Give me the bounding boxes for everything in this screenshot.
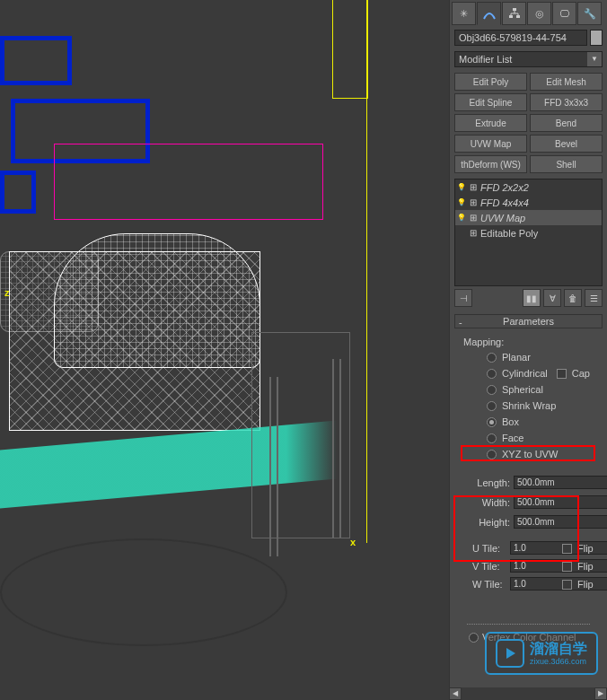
modifier-list-dropdown[interactable]: Modifier List — [454, 51, 603, 67]
stack-item-editable-poly[interactable]: ⊞ Editable Poly — [455, 225, 602, 241]
w-tile-label: W Tile: — [472, 579, 506, 590]
scroll-right-icon[interactable]: ▶ — [594, 687, 607, 700]
width-row: Width: ▲▼ — [460, 493, 597, 512]
pin-stack-icon[interactable]: ⊣ — [454, 289, 472, 307]
hierarchy-tab-icon[interactable] — [502, 2, 526, 25]
stack-item-label: UVW Map — [480, 213, 525, 223]
u-flip-checkbox[interactable] — [562, 544, 572, 554]
mod-btn-uvw-map[interactable]: UVW Map — [454, 135, 527, 153]
stack-item-label: FFD 2x2x2 — [480, 182, 529, 193]
radio-icon[interactable] — [487, 450, 497, 459]
stack-item-ffd-4x4x4[interactable]: 💡 ⊞ FFD 4x4x4 — [455, 195, 602, 210]
radio-icon[interactable] — [487, 369, 497, 379]
bulb-icon[interactable]: 💡 — [457, 198, 466, 207]
mod-btn-edit-mesh[interactable]: Edit Mesh — [530, 73, 603, 91]
watermark-icon — [496, 639, 524, 668]
modifier-stack[interactable]: 💡 ⊞ FFD 2x2x2 💡 ⊞ FFD 4x4x4 💡 ⊞ UVW Map … — [454, 179, 603, 286]
object-name-input[interactable] — [454, 30, 587, 46]
radio-label: Spherical — [502, 384, 543, 395]
utilities-tab-icon[interactable]: 🔧 — [577, 2, 602, 25]
bulb-icon — [457, 229, 466, 238]
expand-icon[interactable]: ⊞ — [469, 197, 478, 207]
radio-label: Cylindrical — [502, 368, 548, 379]
stack-item-label: Editable Poly — [480, 228, 538, 239]
vertex-color-radio[interactable] — [469, 633, 479, 643]
mapping-spherical[interactable]: Spherical — [460, 381, 597, 398]
mapping-box[interactable]: Box — [460, 414, 597, 430]
mod-btn-edit-poly[interactable]: Edit Poly — [454, 73, 527, 91]
radio-label: Shrink Wrap — [502, 400, 556, 411]
svg-rect-2 — [516, 15, 520, 18]
mod-btn-extrude[interactable]: Extrude — [454, 114, 527, 132]
viewport[interactable]: x z — [0, 0, 449, 700]
stack-item-ffd-2x2x2[interactable]: 💡 ⊞ FFD 2x2x2 — [455, 179, 602, 195]
motion-tab-icon[interactable]: ◎ — [527, 2, 551, 25]
make-unique-icon[interactable]: ∀ — [543, 289, 561, 307]
watermark-title: 溜溜自学 — [530, 641, 587, 657]
bulb-icon[interactable]: 💡 — [457, 183, 466, 192]
radio-icon[interactable] — [487, 401, 497, 411]
v-tile-label: V Tile: — [472, 561, 506, 572]
width-input[interactable] — [514, 495, 607, 509]
height-input[interactable] — [514, 515, 607, 529]
svg-marker-7 — [506, 648, 515, 659]
height-label: Height: — [469, 517, 510, 528]
object-color-swatch[interactable] — [590, 30, 603, 46]
mapping-xyz-to-uvw[interactable]: XYZ to UVW — [460, 446, 597, 462]
axis-x-label: x — [350, 537, 356, 547]
scroll-left-icon[interactable]: ◀ — [449, 687, 462, 700]
radio-label: Box — [502, 416, 519, 427]
expand-icon[interactable]: ⊞ — [469, 213, 478, 223]
mod-btn-ffd-3x3x3[interactable]: FFD 3x3x3 — [530, 93, 603, 111]
wireframe-frame — [0, 36, 72, 85]
wireframe-rug — [0, 538, 287, 646]
show-end-result-icon[interactable]: ▮▮ — [523, 289, 541, 307]
mod-btn-bevel[interactable]: Bevel — [530, 135, 603, 153]
axis-z-label: z — [4, 287, 10, 298]
radio-icon[interactable] — [487, 417, 497, 427]
length-label: Length: — [469, 477, 510, 488]
length-input[interactable] — [514, 476, 607, 489]
mod-btn-shell[interactable]: Shell — [530, 155, 603, 173]
stack-item-label: FFD 4x4x4 — [480, 197, 529, 208]
w-flip-label: Flip — [577, 579, 594, 590]
stack-item-uvw-map[interactable]: 💡 ⊞ UVW Map — [455, 210, 602, 225]
u-tile-label: U Tile: — [472, 543, 506, 554]
configure-sets-icon[interactable]: ☰ — [585, 289, 603, 307]
watermark-url: zixue.3d66.com — [530, 657, 587, 666]
mapping-cylindrical[interactable]: Cylindrical Cap — [460, 365, 597, 381]
panel-scrollbar[interactable]: ◀ ▶ — [449, 687, 607, 700]
parameters-header-label: Parameters — [503, 316, 554, 327]
width-label: Width: — [469, 497, 510, 508]
modify-tab-icon[interactable] — [477, 2, 501, 25]
mapping-face[interactable]: Face — [460, 430, 597, 446]
radio-icon[interactable] — [487, 433, 497, 443]
mod-btn-thdeform[interactable]: thDeform (WS) — [454, 155, 527, 173]
cap-label: Cap — [572, 368, 590, 379]
mod-btn-bend[interactable]: Bend — [530, 114, 603, 132]
radio-icon[interactable] — [487, 353, 497, 363]
modifier-list-label: Modifier List — [459, 54, 512, 65]
watermark: 溜溜自学 zixue.3d66.com — [485, 632, 598, 675]
expand-icon[interactable]: ⊞ — [469, 228, 478, 238]
w-flip-checkbox[interactable] — [562, 580, 572, 590]
mapping-planar[interactable]: Planar — [460, 349, 597, 365]
bulb-icon[interactable]: 💡 — [457, 214, 466, 223]
wireframe-lamp — [332, 0, 368, 99]
radio-label: Planar — [502, 352, 531, 363]
v-flip-checkbox[interactable] — [562, 562, 572, 572]
radio-icon[interactable] — [487, 385, 497, 395]
cap-checkbox[interactable] — [557, 369, 567, 379]
mod-btn-edit-spline[interactable]: Edit Spline — [454, 93, 527, 111]
length-row: Length: ▲▼ — [460, 473, 597, 493]
display-tab-icon[interactable]: 🖵 — [552, 2, 576, 25]
radio-label: XYZ to UVW — [502, 449, 558, 459]
remove-modifier-icon[interactable]: 🗑 — [564, 289, 582, 307]
parameters-rollout-header[interactable]: - Parameters — [454, 314, 603, 328]
create-tab-icon[interactable]: ✳ — [452, 2, 476, 25]
expand-icon[interactable]: ⊞ — [469, 182, 478, 192]
mapping-label: Mapping: — [460, 335, 597, 349]
mapping-shrink-wrap[interactable]: Shrink Wrap — [460, 398, 597, 414]
height-row: Height: ▲▼ — [460, 512, 597, 532]
svg-rect-1 — [509, 15, 513, 18]
